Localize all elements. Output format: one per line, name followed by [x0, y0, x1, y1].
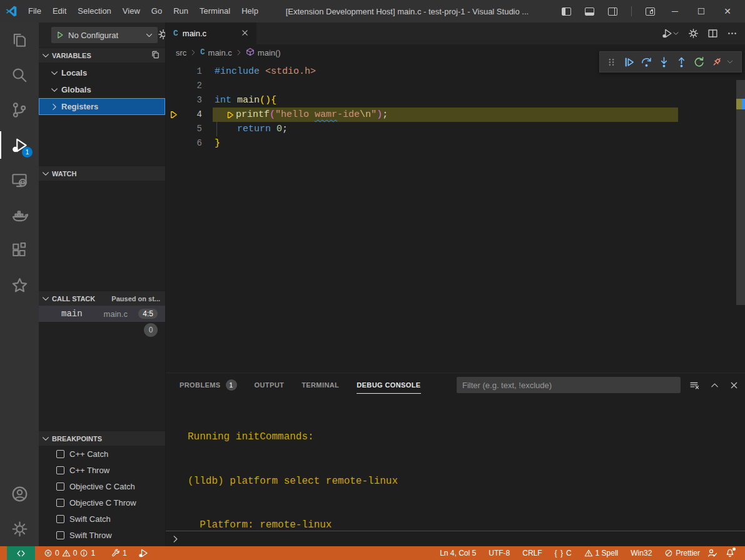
breakpoint-objc-catch[interactable]: Objective C Catch: [39, 478, 165, 494]
more-actions-icon[interactable]: [727, 28, 737, 39]
gear-icon[interactable]: [688, 28, 699, 39]
problems-status[interactable]: 0 0 1: [40, 546, 99, 560]
formatter-status[interactable]: Prettier: [661, 546, 704, 560]
menu-go[interactable]: Go: [146, 0, 168, 22]
call-stack-section-header[interactable]: CALL STACK Paused on st...: [39, 291, 165, 306]
menu-file[interactable]: File: [23, 0, 47, 22]
debug-current-line-arrow-icon[interactable]: [166, 108, 181, 122]
breakpoints-section-header[interactable]: BREAKPOINTS: [39, 431, 165, 446]
toggle-sidebar-icon[interactable]: [562, 8, 571, 16]
tab-terminal[interactable]: TERMINAL: [302, 373, 339, 397]
step-into-button[interactable]: [655, 53, 672, 71]
tab-output[interactable]: OUTPUT: [255, 373, 285, 397]
menu-view[interactable]: View: [117, 0, 146, 22]
toggle-secondary-sidebar-icon[interactable]: [608, 8, 617, 16]
step-out-button[interactable]: [672, 53, 690, 71]
console-filter-input[interactable]: [457, 377, 681, 393]
restart-button[interactable]: [690, 53, 707, 71]
feedback-status[interactable]: [704, 546, 721, 560]
breakpoint-swift-throw[interactable]: Swift Throw: [39, 527, 165, 543]
breadcrumb-symbol[interactable]: main(): [258, 48, 281, 58]
debug-settings-gear-icon[interactable]: [158, 29, 166, 42]
problems-badge: 1: [226, 379, 237, 391]
breadcrumb-src[interactable]: src: [176, 48, 186, 58]
debug-config-dropdown[interactable]: No Configurat: [51, 27, 158, 43]
variables-scope-registers[interactable]: Registers: [39, 98, 165, 115]
toggle-panel-icon[interactable]: [585, 8, 594, 16]
code-editor[interactable]: 1 #include <stdio.h> 2 3 int main(){: [166, 61, 745, 372]
maximize-button[interactable]: ☐: [695, 6, 707, 16]
activity-remote-explorer[interactable]: [0, 162, 39, 198]
manage-button[interactable]: [0, 511, 39, 546]
c-file-icon: C: [173, 29, 178, 38]
accounts-button[interactable]: [0, 476, 39, 511]
checkbox[interactable]: [56, 515, 64, 523]
stack-frame-row[interactable]: main main.c 4:5: [39, 306, 165, 322]
breakpoint-cpp-catch[interactable]: C++ Catch: [39, 446, 165, 462]
breakpoint-swift-catch[interactable]: Swift Catch: [39, 511, 165, 527]
tab-problems[interactable]: PROBLEMS 1: [180, 373, 237, 397]
maximize-panel-icon[interactable]: [710, 381, 719, 390]
spell-checker-status[interactable]: 1 Spell: [580, 546, 622, 560]
close-button[interactable]: ✕: [721, 6, 734, 16]
notifications-button[interactable]: [721, 546, 739, 560]
menu-terminal[interactable]: Terminal: [194, 0, 236, 22]
console-input-row[interactable]: [166, 531, 745, 546]
watch-section-header[interactable]: WATCH: [39, 166, 165, 181]
filter-text-field[interactable]: [462, 381, 675, 390]
close-panel-icon[interactable]: [729, 381, 739, 390]
menu-selection[interactable]: Selection: [72, 0, 116, 22]
clear-console-icon[interactable]: [689, 380, 700, 391]
variables-scope-locals[interactable]: Locals: [39, 64, 165, 81]
activity-extensions[interactable]: [0, 232, 39, 268]
breakpoint-cpp-throw[interactable]: C++ Throw: [39, 462, 165, 478]
run-or-debug-button[interactable]: [662, 28, 679, 39]
disconnect-button[interactable]: [707, 53, 725, 71]
tab-debug-console[interactable]: DEBUG CONSOLE: [357, 373, 420, 397]
menu-edit[interactable]: Edit: [47, 0, 72, 22]
menu-run[interactable]: Run: [168, 0, 194, 22]
activity-search[interactable]: [0, 58, 39, 92]
breadcrumb-file[interactable]: main.c: [208, 48, 232, 58]
variables-view-action-icon[interactable]: [151, 50, 160, 61]
minimize-button[interactable]: ─: [669, 6, 681, 16]
breakpoint-objc-throw[interactable]: Objective C Throw: [39, 494, 165, 511]
activity-run-debug[interactable]: 1: [0, 128, 39, 162]
cursor-position[interactable]: Ln 4, Col 5: [436, 546, 480, 560]
checkbox[interactable]: [56, 482, 64, 491]
language-mode[interactable]: { } C: [551, 546, 575, 560]
tab-main-c[interactable]: C main.c: [166, 22, 256, 44]
checkbox[interactable]: [56, 531, 64, 539]
scope-label: Globals: [61, 85, 91, 94]
inline-breakpoint-icon[interactable]: [226, 111, 235, 119]
checkbox[interactable]: [56, 466, 64, 474]
encoding-status[interactable]: UTF-8: [485, 546, 514, 560]
toolbar-more-icon[interactable]: [725, 53, 735, 71]
editor-scrollbar[interactable]: [736, 61, 745, 372]
checkbox[interactable]: [56, 450, 64, 458]
step-over-button[interactable]: [637, 53, 655, 71]
toolbar-drag-grip[interactable]: [602, 53, 620, 71]
ports-status[interactable]: 1: [108, 546, 131, 560]
variables-section-header[interactable]: VARIABLES: [39, 48, 165, 62]
variables-scope-globals[interactable]: Globals: [39, 81, 165, 98]
session-row[interactable]: 0: [39, 322, 165, 338]
activity-docker[interactable]: [0, 198, 39, 232]
activity-explorer[interactable]: [0, 22, 39, 58]
activity-source-control[interactable]: [0, 92, 39, 128]
eol-status[interactable]: CRLF: [519, 546, 545, 560]
activity-wamr-ide[interactable]: [0, 268, 39, 302]
remote-indicator[interactable]: [7, 546, 35, 560]
menu-help[interactable]: Help: [236, 0, 264, 22]
braces-icon: { }: [555, 549, 564, 558]
debug-status[interactable]: [134, 546, 152, 560]
customize-layout-icon[interactable]: [646, 8, 655, 16]
slash-circle-icon: [664, 549, 673, 558]
debug-console-output[interactable]: Running initCommands: (lldb) platform se…: [166, 397, 745, 531]
continue-button[interactable]: [620, 53, 637, 71]
tab-close-icon[interactable]: [241, 29, 249, 39]
checkbox[interactable]: [56, 499, 64, 507]
scrollbar-slider[interactable]: [736, 80, 745, 305]
split-editor-icon[interactable]: [707, 28, 718, 39]
platform-status[interactable]: Win32: [627, 546, 656, 560]
